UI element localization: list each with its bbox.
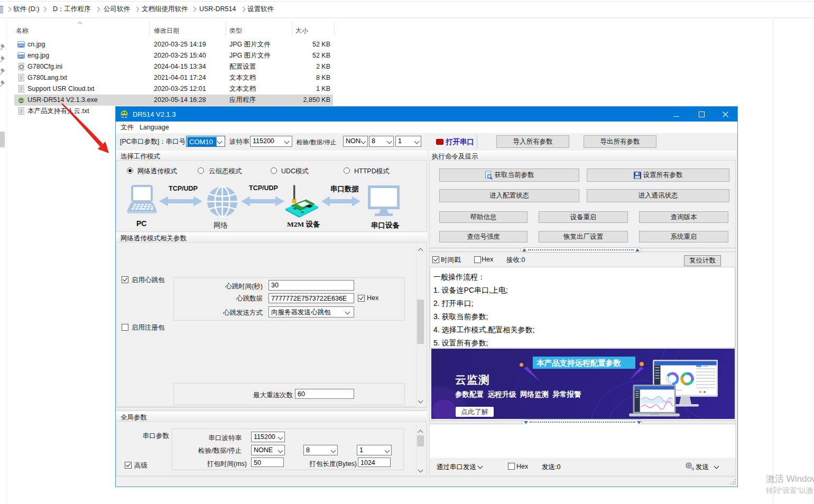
svg-text:JPG: JPG	[18, 55, 24, 58]
svg-text:JPG: JPG	[18, 44, 24, 47]
